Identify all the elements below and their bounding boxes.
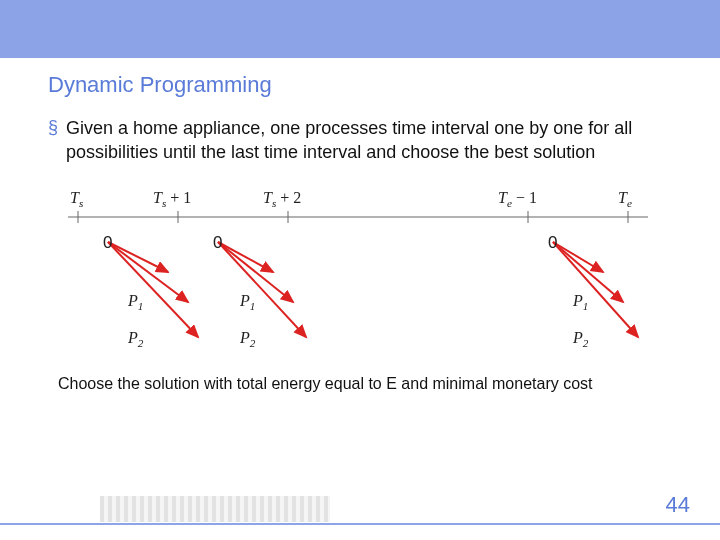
- svg-line-6: [108, 242, 168, 272]
- tick-ts2: Ts + 2: [263, 189, 301, 209]
- p1-a: P1: [128, 292, 143, 312]
- footer: 44: [0, 480, 720, 540]
- tick-te1: Te − 1: [498, 189, 537, 209]
- svg-line-9: [218, 242, 273, 272]
- conclusion-text: Choose the solution with total energy eq…: [0, 367, 720, 393]
- tick-te: Te: [618, 189, 632, 209]
- header-band: [0, 0, 720, 58]
- zero-a: 0: [103, 233, 112, 253]
- page-number: 44: [666, 492, 690, 518]
- body-text: Given a home appliance, one processes ti…: [66, 116, 680, 165]
- zero-c: 0: [548, 233, 557, 253]
- slide-title: Dynamic Programming: [0, 58, 720, 98]
- svg-line-10: [218, 242, 293, 302]
- svg-line-7: [108, 242, 188, 302]
- svg-line-12: [553, 242, 603, 272]
- tick-ts: Ts: [70, 189, 83, 209]
- p2-a: P2: [128, 329, 143, 349]
- svg-line-8: [108, 242, 198, 337]
- p2-c: P2: [573, 329, 588, 349]
- footer-graphic: [100, 496, 330, 522]
- zero-b: 0: [213, 233, 222, 253]
- p2-b: P2: [240, 329, 255, 349]
- bullet-item: § Given a home appliance, one processes …: [48, 116, 680, 165]
- content-area: § Given a home appliance, one processes …: [0, 98, 720, 367]
- footer-rule: [0, 523, 720, 525]
- p1-b: P1: [240, 292, 255, 312]
- svg-line-11: [218, 242, 306, 337]
- tick-ts1: Ts + 1: [153, 189, 191, 209]
- svg-line-14: [553, 242, 638, 337]
- bullet-marker: §: [48, 116, 58, 139]
- p1-c: P1: [573, 292, 588, 312]
- dp-diagram: Ts Ts + 1 Ts + 2 Te − 1 Te 0 0 0 P1 P2 P…: [48, 187, 668, 367]
